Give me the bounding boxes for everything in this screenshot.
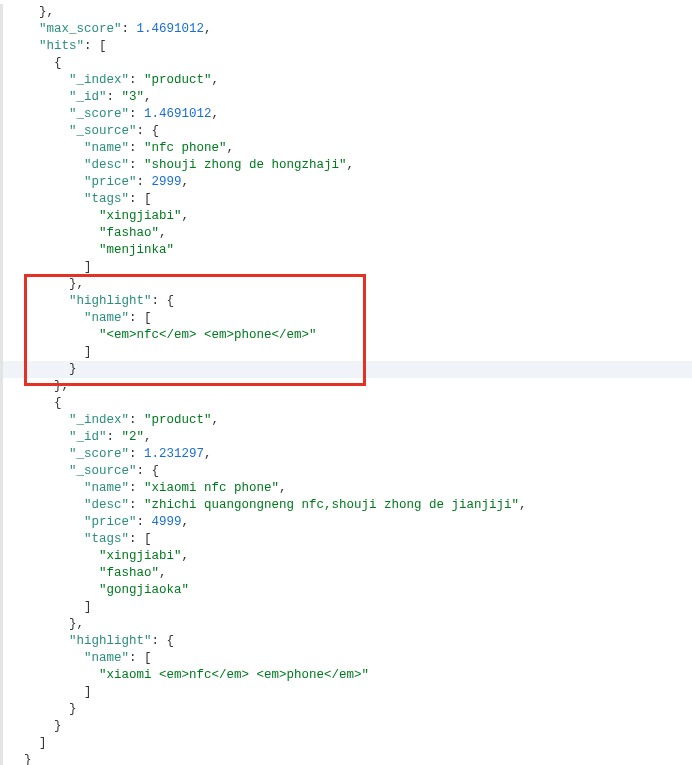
token: ,	[159, 566, 167, 580]
token: }	[9, 753, 32, 765]
token: :	[129, 498, 144, 512]
token: : {	[137, 124, 160, 138]
code-line: "name": [	[0, 650, 692, 667]
code-line: "tags": [	[0, 191, 692, 208]
code-line: "price": 4999,	[0, 514, 692, 531]
token: 2999	[152, 175, 182, 189]
token: "max_score"	[39, 22, 122, 36]
token: ,	[347, 158, 355, 172]
token	[9, 39, 39, 53]
code-line: },	[0, 276, 692, 293]
token	[9, 515, 84, 529]
code-line: ]	[0, 344, 692, 361]
token: :	[107, 90, 122, 104]
token: "shouji zhong de hongzhaji"	[144, 158, 347, 172]
code-line: "desc": "zhichi quangongneng nfc,shouji …	[0, 497, 692, 514]
token	[9, 141, 84, 155]
code-line: ]	[0, 684, 692, 701]
token: :	[129, 158, 144, 172]
token: :	[137, 515, 152, 529]
token	[9, 192, 84, 206]
token: "xingjiabi"	[99, 549, 182, 563]
token: :	[137, 175, 152, 189]
code-line: "fashao",	[0, 565, 692, 582]
token	[9, 481, 84, 495]
token: ,	[144, 90, 152, 104]
token: "3"	[122, 90, 145, 104]
token: "_score"	[69, 447, 129, 461]
token	[9, 226, 99, 240]
token	[9, 498, 84, 512]
code-line: ]	[0, 259, 692, 276]
token	[9, 464, 69, 478]
token	[9, 22, 39, 36]
token: "_id"	[69, 430, 107, 444]
token: "name"	[84, 311, 129, 325]
token: "tags"	[84, 532, 129, 546]
token: "price"	[84, 175, 137, 189]
token: }	[9, 362, 77, 376]
token: "xingjiabi"	[99, 209, 182, 223]
token: : {	[137, 464, 160, 478]
token: :	[107, 430, 122, 444]
token: "_source"	[69, 124, 137, 138]
code-line: "price": 2999,	[0, 174, 692, 191]
token: :	[129, 413, 144, 427]
token: :	[129, 447, 144, 461]
code-line: "_id": "3",	[0, 89, 692, 106]
token: :	[129, 73, 144, 87]
token: : [	[129, 192, 152, 206]
token: }	[9, 719, 62, 733]
token	[9, 107, 69, 121]
token: :	[129, 481, 144, 495]
token	[9, 73, 69, 87]
token: ,	[519, 498, 527, 512]
code-line: }	[0, 718, 692, 735]
code-line: },	[0, 616, 692, 633]
token: "menjinka"	[99, 243, 174, 257]
token: "2"	[122, 430, 145, 444]
token: "_score"	[69, 107, 129, 121]
code-line: "xiaomi <em>nfc</em> <em>phone</em>"	[0, 667, 692, 684]
code-line: "xingjiabi",	[0, 548, 692, 565]
token: 4999	[152, 515, 182, 529]
token: ]	[9, 345, 92, 359]
code-line: "desc": "shouji zhong de hongzhaji",	[0, 157, 692, 174]
token: "highlight"	[69, 634, 152, 648]
token: "zhichi quangongneng nfc,shouji zhong de…	[144, 498, 519, 512]
token: : {	[152, 294, 175, 308]
token: ,	[204, 22, 212, 36]
token	[9, 311, 84, 325]
token: 1.4691012	[144, 107, 212, 121]
code-line: "_score": 1.4691012,	[0, 106, 692, 123]
token	[9, 583, 99, 597]
token: ,	[212, 107, 220, 121]
token: },	[9, 379, 69, 393]
code-line: },	[0, 4, 692, 21]
token	[9, 447, 69, 461]
code-line: "gongjiaoka"	[0, 582, 692, 599]
code-line: "_source": {	[0, 123, 692, 140]
token: "hits"	[39, 39, 84, 53]
token: ,	[227, 141, 235, 155]
code-line: {	[0, 395, 692, 412]
token: "tags"	[84, 192, 129, 206]
token	[9, 209, 99, 223]
token: "name"	[84, 651, 129, 665]
code-line: "name": "nfc phone",	[0, 140, 692, 157]
token: "fashao"	[99, 226, 159, 240]
token	[9, 651, 84, 665]
json-editor: }, "max_score": 1.4691012, "hits": [ { "…	[0, 0, 692, 765]
token: },	[9, 277, 84, 291]
token: "_index"	[69, 73, 129, 87]
token: : [	[84, 39, 107, 53]
token	[9, 634, 69, 648]
token	[9, 124, 69, 138]
token: ,	[182, 549, 190, 563]
token: }	[9, 702, 77, 716]
token: 1.4691012	[137, 22, 205, 36]
code-line: "hits": [	[0, 38, 692, 55]
token: :	[129, 141, 144, 155]
token: "desc"	[84, 158, 129, 172]
token: ,	[182, 515, 190, 529]
